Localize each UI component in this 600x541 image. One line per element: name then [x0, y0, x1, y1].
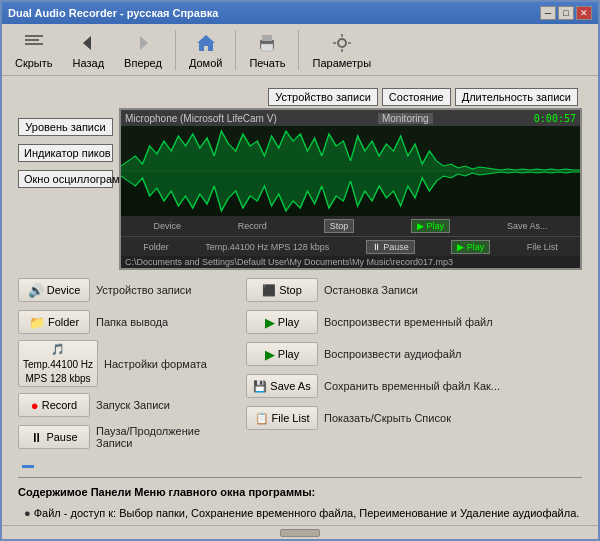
play1-desc: Воспроизвести временный файл: [324, 316, 493, 328]
controls-grid: 🔊 Device Устройство записи 📁 Folder Папк…: [18, 276, 582, 471]
forward-icon: [131, 31, 155, 55]
waveform-mini-controls2: Folder Temp.44100 Hz MPS 128 kbps ⏸ Paus…: [121, 236, 580, 256]
svg-marker-3: [83, 36, 91, 50]
stop-desc: Остановка Записи: [324, 284, 418, 296]
toolbar-print-button[interactable]: Печать: [240, 28, 294, 72]
waveform-panel: Microphone (Microsoft LifeCam V) Monitor…: [119, 108, 582, 270]
main-window: Dual Audio Recorder - русская Справка ─ …: [0, 0, 600, 541]
format-button[interactable]: 🎵 Temp.44100 Hz MPS 128 kbps: [18, 340, 98, 387]
toolbar-params-button[interactable]: Параметры: [303, 28, 380, 72]
ctrl-row-folder: 📁 Folder Папка вывода: [18, 308, 238, 336]
menu-item-file: Файл - доступ к: Выбор папки, Сохранение…: [18, 505, 582, 522]
stop-button-label: Stop: [279, 284, 302, 296]
waveform-section: Уровень записи Индикатор пиков Окно осци…: [18, 108, 582, 270]
svg-rect-0: [25, 35, 43, 37]
ctrl-row-play2: ▶ Play Воспроизвести аудиофайл: [246, 340, 582, 368]
pause-button[interactable]: ⏸ Pause: [18, 425, 90, 449]
toolbar-forward-label: Вперед: [124, 57, 162, 69]
print-icon: [255, 31, 279, 55]
title-bar: Dual Audio Recorder - русская Справка ─ …: [2, 2, 598, 24]
back-icon: [76, 31, 100, 55]
play2-button-label: Play: [278, 348, 299, 360]
toolbar-print-label: Печать: [249, 57, 285, 69]
menu-desc-title: Содержимое Панели Меню главного окна про…: [18, 484, 582, 501]
toolbar-hide-button[interactable]: Скрыть: [6, 28, 62, 72]
toolbar-home-label: Домой: [189, 57, 223, 69]
folder-button-label: Folder: [48, 316, 79, 328]
home-icon: [194, 31, 218, 55]
device-desc: Устройство записи: [96, 284, 192, 296]
toolbar-forward-button[interactable]: Вперед: [115, 28, 171, 72]
wv-stop-button[interactable]: Stop: [324, 219, 355, 233]
filelist-button[interactable]: 📋 File List: [246, 406, 318, 430]
menu-description: Содержимое Панели Меню главного окна про…: [18, 477, 582, 525]
filelist-icon: 📋: [255, 412, 269, 425]
wv-pause-button[interactable]: ⏸ Pause: [366, 240, 415, 254]
label-duration: Длительность записи: [455, 88, 578, 106]
play1-button[interactable]: ▶ Play: [246, 310, 318, 334]
params-icon: [330, 31, 354, 55]
svg-rect-8: [261, 44, 273, 51]
device-button[interactable]: 🔊 Device: [18, 278, 90, 302]
window-controls: ─ □ ✕: [540, 6, 592, 20]
ctrl-row-filelist: 📋 File List Показать/Скрыть Список: [246, 404, 582, 432]
toolbar-home-button[interactable]: Домой: [180, 28, 232, 72]
label-level: Уровень записи: [18, 118, 113, 136]
maximize-button[interactable]: □: [558, 6, 574, 20]
label-status: Состояние: [382, 88, 451, 106]
folder-button[interactable]: 📁 Folder: [18, 310, 90, 334]
folder-desc: Папка вывода: [96, 316, 168, 328]
close-button[interactable]: ✕: [576, 6, 592, 20]
ctrl-row-saveas: 💾 Save As Сохранить временный файл Как..…: [246, 372, 582, 400]
controls-left: 🔊 Device Устройство записи 📁 Folder Папк…: [18, 276, 238, 471]
saveas-button[interactable]: 💾 Save As: [246, 374, 318, 398]
wv-record-label: Record: [238, 221, 267, 231]
svg-marker-4: [140, 36, 148, 50]
svg-rect-7: [262, 35, 272, 41]
toolbar-back-label: Назад: [73, 57, 105, 69]
horizontal-scrollbar-thumb[interactable]: [280, 529, 320, 537]
play2-desc: Воспроизвести аудиофайл: [324, 348, 461, 360]
minimize-button[interactable]: ─: [540, 6, 556, 20]
left-labels: Уровень записи Индикатор пиков Окно осци…: [18, 108, 113, 270]
blue-indicator: [22, 465, 34, 468]
filelist-desc: Показать/Скрыть Список: [324, 412, 451, 424]
toolbar-back-button[interactable]: Назад: [64, 28, 114, 72]
stop-button[interactable]: ⬛ Stop: [246, 278, 318, 302]
wv-device-label: Device: [153, 221, 181, 231]
device-icon: 🔊: [28, 283, 44, 298]
waveform-container: Microphone (Microsoft LifeCam V) Monitor…: [119, 108, 582, 270]
format-button-label1: Temp.44100 Hz: [23, 359, 93, 370]
wv-filelist-label: File List: [527, 242, 558, 252]
format-icon: 🎵: [51, 343, 65, 356]
waveform-time-label: 0:00:57: [534, 113, 576, 124]
wv-play1-button[interactable]: ▶ Play: [411, 219, 450, 233]
pause-button-label: Pause: [46, 431, 77, 443]
help-inner: Устройство записи Состояние Длительность…: [10, 80, 590, 525]
svg-rect-1: [25, 39, 39, 41]
pause-desc: Пауза/Продолжение Записи: [96, 425, 238, 449]
play1-icon: ▶: [265, 315, 275, 330]
format-desc: Настройки формата: [104, 358, 207, 370]
svg-rect-2: [25, 43, 43, 45]
ctrl-row-stop: ⬛ Stop Остановка Записи: [246, 276, 582, 304]
controls-right: ⬛ Stop Остановка Записи ▶ Play Воспроизв…: [246, 276, 582, 471]
toolbar-separator-3: [298, 30, 299, 70]
wv-temp-label: Temp.44100 Hz MPS 128 kbps: [205, 242, 329, 252]
filelist-button-label: File List: [272, 412, 310, 424]
saveas-desc: Сохранить временный файл Как...: [324, 380, 500, 392]
ctrl-row-pause: ⏸ Pause Пауза/Продолжение Записи: [18, 423, 238, 451]
label-device: Устройство записи: [268, 88, 378, 106]
help-content[interactable]: Устройство записи Состояние Длительность…: [2, 76, 598, 525]
saveas-button-label: Save As: [270, 380, 310, 392]
record-button[interactable]: ● Record: [18, 393, 90, 417]
format-button-label2: MPS 128 kbps: [26, 373, 91, 384]
wv-play2-button[interactable]: ▶ Play: [451, 240, 490, 254]
status-bar: [2, 525, 598, 539]
svg-marker-5: [197, 35, 215, 51]
toolbar-hide-label: Скрыть: [15, 57, 53, 69]
stop-icon: ⬛: [262, 284, 276, 297]
record-icon: ●: [31, 398, 39, 413]
ctrl-row-play1: ▶ Play Воспроизвести временный файл: [246, 308, 582, 336]
play2-button[interactable]: ▶ Play: [246, 342, 318, 366]
